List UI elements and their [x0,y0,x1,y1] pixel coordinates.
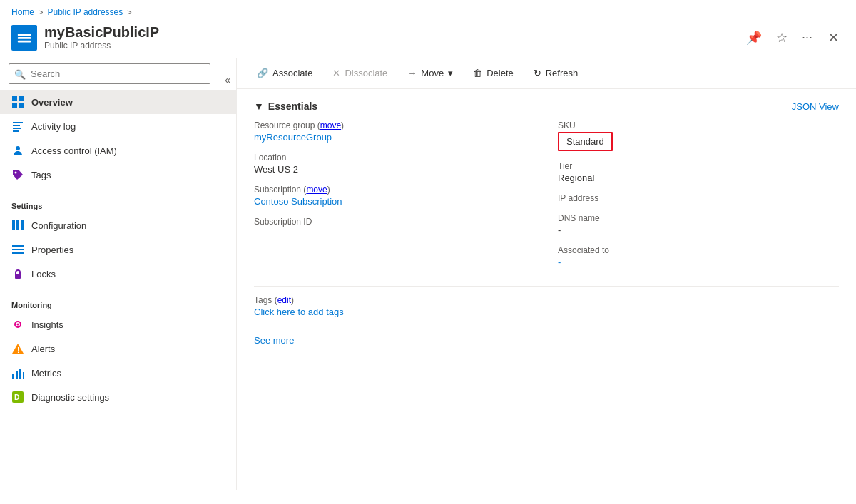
alerts-icon: ! [11,342,24,355]
refresh-button[interactable]: ↻ Refresh [525,63,587,83]
breadcrumb-home[interactable]: Home [11,7,34,17]
sidebar-item-alerts[interactable]: ! Alerts [0,336,236,361]
resource-group-move-link[interactable]: move [320,120,341,130]
refresh-icon: ↻ [534,68,541,78]
monitoring-section-title: Monitoring [0,289,236,312]
search-box: 🔍 [9,63,210,84]
collapse-sidebar-button[interactable]: « [219,70,236,90]
svg-rect-17 [12,249,24,250]
svg-rect-18 [12,252,24,254]
sidebar-item-configuration[interactable]: Configuration [0,213,236,237]
delete-label: Delete [486,68,514,78]
diagnostic-icon: D [11,391,24,403]
ip-address-field: IP address [558,193,839,203]
breadcrumb-public-ip[interactable]: Public IP addresses [47,7,123,17]
dissociate-label: Dissociate [345,68,387,78]
tags-edit-link[interactable]: edit [277,295,291,305]
resource-group-label: Resource group (move) [254,120,524,130]
sidebar-item-diagnostic[interactable]: D Diagnostic settings [0,385,236,409]
resource-header: myBasicPublicIP Public IP address 📌 ☆ ··… [0,20,856,58]
resource-group-link[interactable]: myResourceGroup [254,132,332,143]
more-options-button[interactable]: ··· [799,27,815,48]
add-tags-link[interactable]: Click here to add tags [254,307,344,317]
chevron-down-icon: ▼ [254,101,264,112]
svg-rect-1 [18,37,31,39]
associate-icon: 🔗 [257,68,268,78]
search-input[interactable] [9,63,210,84]
resource-group-field: Resource group (move) myResourceGroup [254,120,524,143]
dissociate-button[interactable]: ✕ Dissociate [324,63,396,83]
svg-rect-4 [19,96,24,101]
sidebar-item-iam-label: Access control (IAM) [31,145,117,156]
sidebar-item-properties[interactable]: Properties [0,237,236,262]
sidebar-item-metrics[interactable]: Metrics [0,361,236,385]
sku-label: SKU [558,120,839,130]
sku-highlighted-value: Standard [558,132,613,151]
sidebar-item-insights[interactable]: Insights [0,312,236,336]
close-button[interactable]: ✕ [822,27,845,48]
move-button[interactable]: → Move ▾ [399,63,462,83]
sidebar-item-diagnostic-label: Diagnostic settings [31,392,109,403]
svg-rect-27 [23,372,24,379]
header-actions: 📌 ☆ ··· [743,27,815,48]
properties-icon [11,243,24,256]
essentials-divider [254,286,839,287]
dns-label: DNS name [558,213,839,223]
subscription-field: Subscription (move) Contoso Subscription [254,185,524,207]
sidebar-item-activity-log[interactable]: Activity log [0,114,236,138]
essentials-right: SKU Standard Tier Regional IP address [546,120,839,277]
move-icon: → [407,68,417,78]
settings-section-title: Settings [0,190,236,213]
subscription-link[interactable]: Contoso Subscription [254,196,342,207]
associated-to-link[interactable]: - [558,257,561,267]
sku-value: Standard [558,132,839,151]
locks-icon [11,267,24,280]
delete-button[interactable]: 🗑 Delete [464,63,522,83]
associated-to-label: Associated to [558,245,839,255]
content-area: ▼ Essentials JSON View Resource group (m… [237,89,856,490]
svg-text:!: ! [17,346,19,354]
svg-rect-6 [19,103,24,108]
associate-button[interactable]: 🔗 Associate [248,63,321,83]
svg-rect-19 [15,274,21,279]
associated-to-value: - [558,257,839,267]
svg-rect-10 [13,130,19,132]
svg-rect-0 [18,34,31,36]
sidebar-item-activity-log-label: Activity log [31,121,76,132]
essentials-left: Resource group (move) myResourceGroup Lo… [254,120,546,277]
essentials-title-text: Essentials [268,101,317,112]
sidebar-item-locks-label: Locks [31,269,56,279]
insights-icon [11,318,24,331]
activity-log-icon [11,120,24,133]
svg-rect-8 [13,125,20,126]
sidebar-item-tags[interactable]: Tags [0,163,236,187]
sidebar-item-overview[interactable]: Overview [0,90,236,114]
subscription-label: Subscription (move) [254,185,524,195]
resource-group-value: myResourceGroup [254,132,524,143]
tier-value: Regional [558,173,839,183]
public-ip-icon [16,30,32,46]
subscription-move-link[interactable]: move [306,185,327,195]
toolbar: 🔗 Associate ✕ Dissociate → Move ▾ 🗑 Dele… [237,58,856,89]
resource-icon [11,25,37,51]
favorite-button[interactable]: ☆ [773,27,790,48]
subscription-value: Contoso Subscription [254,196,524,207]
json-view-link[interactable]: JSON View [792,101,839,112]
sidebar-item-iam[interactable]: Access control (IAM) [0,138,236,163]
dns-field: DNS name - [558,213,839,235]
associated-to-field: Associated to - [558,245,839,267]
associate-label: Associate [272,68,312,78]
svg-point-21 [17,324,19,326]
sidebar-item-properties-label: Properties [31,245,73,255]
svg-rect-16 [12,245,24,247]
subscription-id-field: Subscription ID [254,217,524,227]
search-icon: 🔍 [14,68,26,79]
tags-label: Tags (edit) [254,295,839,305]
pin-button[interactable]: 📌 [743,27,765,48]
svg-rect-25 [16,371,18,379]
dns-value: - [558,225,839,235]
configuration-icon [11,219,24,232]
sidebar-item-locks[interactable]: Locks [0,262,236,286]
search-row: 🔍 « [0,58,236,90]
see-more-link[interactable]: See more [254,335,294,346]
